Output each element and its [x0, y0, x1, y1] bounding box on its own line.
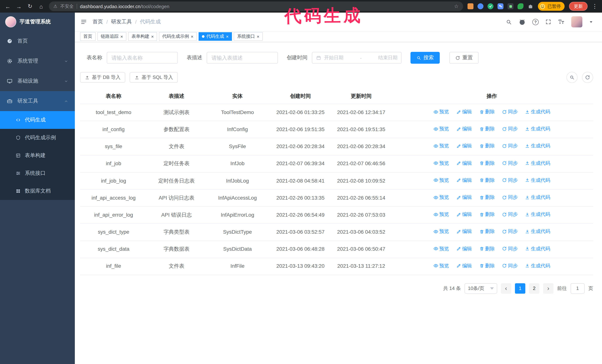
page-size-select[interactable]: 10条/页 [464, 283, 497, 294]
sidebar-toggle-icon[interactable] [75, 13, 93, 31]
breadcrumb-item[interactable]: 首页 [93, 19, 103, 25]
preview-link[interactable]: 预览 [433, 125, 449, 132]
toggle-search-button[interactable] [566, 72, 578, 83]
edit-link[interactable]: 编辑 [456, 177, 472, 184]
sync-link[interactable]: 同步 [502, 143, 518, 149]
close-icon[interactable]: × [257, 34, 259, 39]
page-button-1[interactable]: 1 [515, 283, 525, 294]
generate-code-link[interactable]: 生成代码 [525, 177, 550, 184]
breadcrumb-item[interactable]: 研发工具 [111, 19, 132, 25]
extension-icon[interactable] [507, 3, 514, 9]
preview-link[interactable]: 预览 [433, 194, 449, 201]
edit-link[interactable]: 编辑 [456, 108, 472, 115]
preview-link[interactable]: 预览 [433, 108, 449, 115]
sidebar-item-codegen-example[interactable]: 代码生成示例 [0, 129, 75, 147]
browser-update-button[interactable]: 更新 [569, 2, 588, 11]
github-icon[interactable] [519, 18, 526, 25]
generate-code-link[interactable]: 生成代码 [525, 108, 550, 115]
table-desc-input[interactable] [207, 52, 278, 64]
bookmark-star-icon[interactable]: ☆ [454, 3, 459, 9]
extension-icon[interactable] [478, 3, 484, 9]
extension-icon[interactable] [497, 3, 504, 9]
edit-link[interactable]: 编辑 [456, 211, 472, 218]
edit-link[interactable]: 编辑 [456, 125, 472, 132]
import-db-button[interactable]: 基于 DB 导入 [80, 72, 125, 83]
tab-form-builder[interactable]: 表单构建 × [128, 32, 157, 41]
delete-link[interactable]: 删除 [479, 177, 495, 184]
sync-link[interactable]: 同步 [502, 160, 518, 166]
search-button[interactable]: 搜索 [410, 52, 440, 64]
delete-link[interactable]: 删除 [479, 143, 495, 149]
preview-link[interactable]: 预览 [433, 262, 449, 269]
generate-code-link[interactable]: 生成代码 [525, 245, 550, 252]
preview-link[interactable]: 预览 [433, 228, 449, 235]
reload-button[interactable]: ↻ [27, 3, 33, 10]
sidebar-item-form-builder[interactable]: 表单构建 [0, 147, 75, 164]
import-sql-button[interactable]: 基于 SQL 导入 [130, 72, 178, 83]
sync-link[interactable]: 同步 [502, 177, 518, 184]
delete-link[interactable]: 删除 [479, 125, 495, 132]
tab-home[interactable]: 首页 [80, 32, 96, 41]
delete-link[interactable]: 删除 [479, 211, 495, 218]
refresh-table-button[interactable] [582, 72, 593, 83]
preview-link[interactable]: 预览 [433, 143, 449, 149]
edit-link[interactable]: 编辑 [456, 245, 472, 252]
generate-code-link[interactable]: 生成代码 [525, 211, 550, 218]
help-icon[interactable]: ? [532, 19, 539, 25]
generate-code-link[interactable]: 生成代码 [525, 228, 550, 235]
preview-link[interactable]: 预览 [433, 160, 449, 166]
sidebar-item-dev-tools[interactable]: 研发工具 [0, 91, 75, 111]
reset-button[interactable]: 重置 [449, 52, 479, 64]
preview-link[interactable]: 预览 [433, 177, 449, 184]
delete-link[interactable]: 删除 [479, 194, 495, 201]
goto-page-input[interactable] [570, 283, 585, 294]
sidebar-item-infrastructure[interactable]: 基础设施 [0, 71, 75, 91]
sidebar-item-system-management[interactable]: 系统管理 [0, 51, 75, 71]
close-icon[interactable]: × [120, 34, 123, 39]
extensions-puzzle-icon[interactable] [527, 3, 533, 9]
sidebar-item-home[interactable]: 首页 [0, 31, 75, 51]
page-button-2[interactable]: 2 [529, 283, 539, 294]
date-range-picker[interactable]: 开始日期 - 结束日期 [312, 52, 402, 64]
search-icon[interactable] [506, 19, 512, 25]
delete-link[interactable]: 删除 [479, 262, 495, 269]
edit-link[interactable]: 编辑 [456, 228, 472, 235]
sync-link[interactable]: 同步 [502, 108, 518, 115]
close-icon[interactable]: × [226, 34, 229, 39]
prev-page-button[interactable]: ‹ [501, 283, 511, 294]
edit-link[interactable]: 编辑 [456, 160, 472, 166]
delete-link[interactable]: 删除 [479, 228, 495, 235]
generate-code-link[interactable]: 生成代码 [525, 125, 550, 132]
sync-link[interactable]: 同步 [502, 194, 518, 201]
caret-down-icon[interactable] [589, 20, 593, 24]
fullscreen-icon[interactable] [545, 19, 551, 25]
home-button[interactable]: ⌂ [38, 3, 44, 10]
tab-system-api[interactable]: 系统接口 × [234, 32, 263, 41]
delete-link[interactable]: 删除 [479, 160, 495, 166]
delete-link[interactable]: 删除 [479, 108, 495, 115]
close-icon[interactable]: × [151, 34, 154, 39]
app-logo-area[interactable]: 芋道管理系统 [0, 13, 75, 31]
user-avatar[interactable] [571, 16, 582, 27]
sync-link[interactable]: 同步 [502, 245, 518, 252]
extension-icon[interactable] [487, 3, 494, 9]
tab-codegen-example[interactable]: 代码生成示例 × [159, 32, 197, 41]
edit-link[interactable]: 编辑 [456, 262, 472, 269]
generate-code-link[interactable]: 生成代码 [525, 262, 550, 269]
sync-link[interactable]: 同步 [502, 211, 518, 218]
generate-code-link[interactable]: 生成代码 [525, 143, 550, 149]
sidebar-item-code-generation[interactable]: 代码生成 [0, 111, 75, 129]
profile-paused-badge[interactable]: 已暂停 [538, 2, 565, 11]
sync-link[interactable]: 同步 [502, 228, 518, 235]
edit-link[interactable]: 编辑 [456, 194, 472, 201]
generate-code-link[interactable]: 生成代码 [525, 160, 550, 166]
preview-link[interactable]: 预览 [433, 245, 449, 252]
extension-icon[interactable] [468, 3, 473, 9]
tab-code-generation[interactable]: 代码生成 × [199, 32, 232, 41]
table-name-input[interactable] [107, 52, 178, 64]
next-page-button[interactable]: › [543, 283, 553, 294]
forward-button[interactable]: → [16, 3, 22, 10]
browser-menu-icon[interactable]: ⋮ [592, 3, 598, 10]
address-bar[interactable]: ⚠ 不安全 dashboard.yudao.iocoder.cn/tool/co… [49, 1, 463, 11]
font-size-icon[interactable] [558, 19, 565, 25]
